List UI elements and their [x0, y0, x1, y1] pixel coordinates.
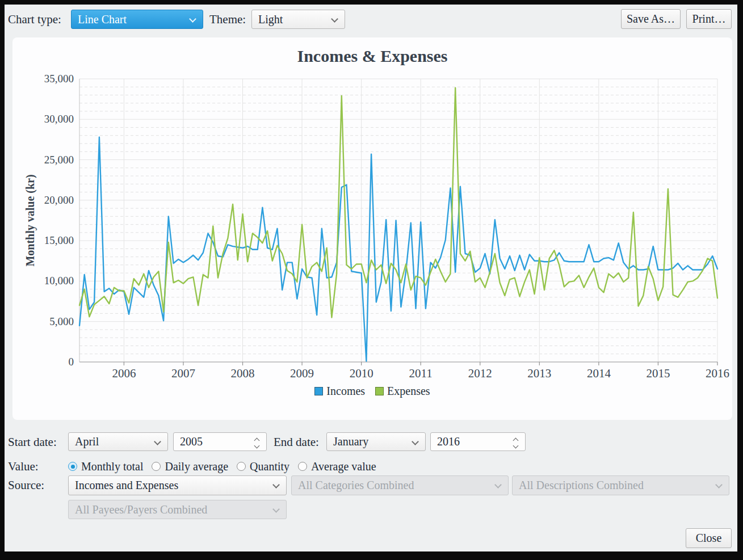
start-date-label: Start date:: [8, 432, 57, 452]
svg-text:2011: 2011: [409, 367, 433, 380]
line-chart: 2006200720082009201020112012201320142015…: [12, 37, 732, 420]
descriptions-value: All Descriptions Combined: [519, 479, 644, 492]
print-button[interactable]: Print…: [686, 9, 732, 29]
categories-value: All Categories Combined: [298, 479, 414, 492]
radio-label: Monthly total: [81, 460, 143, 473]
radio-label: Quantity: [250, 460, 289, 473]
theme-select[interactable]: Light: [251, 10, 345, 29]
legend-swatch-icon: [375, 387, 384, 395]
radio-icon: [152, 462, 161, 471]
theme-label: Theme:: [209, 10, 246, 29]
svg-text:2006: 2006: [112, 367, 136, 380]
end-year-value: 2016: [437, 435, 460, 448]
end-year-spinner[interactable]: 2016: [430, 432, 526, 451]
svg-text:2007: 2007: [171, 367, 195, 380]
descriptions-select: All Descriptions Combined: [512, 475, 729, 495]
svg-text:2015: 2015: [646, 367, 670, 380]
legend-label: Incomes: [326, 385, 365, 398]
svg-text:30,000: 30,000: [44, 113, 74, 125]
radio-daily-average[interactable]: Daily average: [152, 460, 228, 473]
svg-text:Monthly value (kr): Monthly value (kr): [24, 174, 37, 266]
svg-text:2010: 2010: [350, 367, 373, 380]
radio-icon: [68, 462, 77, 471]
source-select[interactable]: Incomes and Expenses: [68, 475, 287, 495]
chart-type-value: Line Chart: [78, 13, 127, 26]
legend-item-expenses: Expenses: [375, 385, 430, 398]
svg-text:2013: 2013: [527, 367, 551, 380]
app-window: Chart type: Line Chart Theme: Light Save…: [0, 0, 743, 560]
svg-text:2008: 2008: [231, 367, 255, 380]
chart-title: Incomes & Expenses: [12, 47, 732, 66]
svg-text:15,000: 15,000: [44, 234, 74, 246]
chevron-down-icon: [494, 481, 502, 489]
chart-dialog: Chart type: Line Chart Theme: Light Save…: [5, 5, 737, 551]
chart-type-label: Chart type:: [8, 10, 61, 29]
svg-text:5,000: 5,000: [49, 315, 74, 327]
chevron-down-icon: [272, 481, 280, 489]
start-month-select[interactable]: April: [68, 432, 168, 451]
chart-panel: 2006200720082009201020112012201320142015…: [12, 37, 732, 420]
chevron-down-icon: [331, 15, 338, 23]
value-label: Value:: [8, 457, 39, 476]
svg-text:10,000: 10,000: [44, 275, 74, 287]
value-options: Monthly totalDaily averageQuantityAverag…: [68, 458, 376, 475]
categories-select: All Categories Combined: [291, 475, 509, 495]
start-year-spinner[interactable]: 2005: [173, 432, 267, 451]
save-as-button[interactable]: Save As…: [621, 9, 681, 29]
payees-value: All Payees/Payers Combined: [75, 503, 207, 516]
svg-text:35,000: 35,000: [44, 73, 74, 85]
svg-text:2009: 2009: [290, 367, 314, 380]
end-month-value: January: [333, 435, 368, 448]
start-year-value: 2005: [180, 435, 203, 448]
chevron-down-icon: [189, 15, 196, 23]
start-month-value: April: [75, 435, 99, 448]
svg-text:2016: 2016: [706, 367, 729, 380]
svg-text:2012: 2012: [468, 367, 492, 380]
svg-text:20,000: 20,000: [44, 194, 74, 206]
source-label: Source:: [8, 475, 44, 495]
end-month-select[interactable]: January: [326, 432, 426, 451]
payees-select: All Payees/Payers Combined: [68, 500, 287, 519]
chevron-down-icon: [715, 481, 723, 489]
radio-label: Daily average: [165, 460, 228, 473]
chevron-down-icon: [272, 506, 280, 513]
legend-item-incomes: Incomes: [314, 385, 365, 398]
spinner-down-icon[interactable]: [513, 443, 519, 449]
chart-type-select[interactable]: Line Chart: [71, 10, 203, 29]
radio-icon: [237, 462, 246, 471]
chart-legend: IncomesExpenses: [12, 385, 732, 398]
theme-value: Light: [258, 13, 283, 26]
spinner-down-icon[interactable]: [254, 443, 260, 449]
radio-quantity[interactable]: Quantity: [237, 460, 289, 473]
legend-swatch-icon: [314, 387, 323, 395]
radio-average-value[interactable]: Average value: [298, 460, 376, 473]
radio-monthly-total[interactable]: Monthly total: [68, 460, 143, 473]
close-button[interactable]: Close: [686, 528, 732, 548]
svg-text:0: 0: [69, 356, 74, 368]
chevron-down-icon: [412, 438, 419, 445]
source-value: Incomes and Expenses: [75, 479, 178, 492]
radio-label: Average value: [311, 460, 376, 473]
svg-text:2014: 2014: [587, 367, 611, 380]
legend-label: Expenses: [387, 385, 430, 398]
chevron-down-icon: [154, 438, 161, 445]
radio-icon: [298, 462, 307, 471]
svg-text:25,000: 25,000: [44, 154, 74, 166]
end-date-label: End date:: [274, 432, 319, 452]
